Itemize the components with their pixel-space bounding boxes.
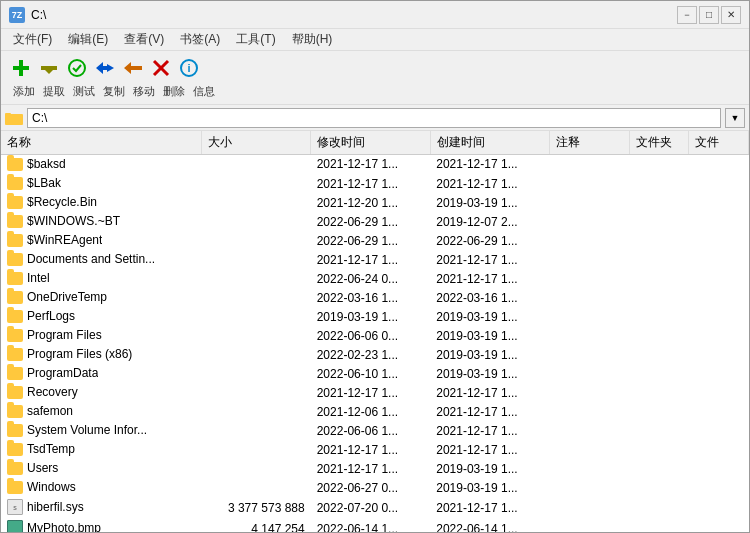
move-label[interactable]: 移动 <box>129 84 159 99</box>
file-name-text: Users <box>27 461 58 475</box>
close-button[interactable]: ✕ <box>721 6 741 24</box>
menu-file[interactable]: 文件(F) <box>5 29 60 50</box>
copy-label[interactable]: 复制 <box>99 84 129 99</box>
file-file-cell <box>689 155 749 175</box>
menu-tools[interactable]: 工具(T) <box>228 29 283 50</box>
file-folder-cell <box>629 174 689 193</box>
menu-edit[interactable]: 编辑(E) <box>60 29 116 50</box>
file-file-cell <box>689 231 749 250</box>
table-row[interactable]: OneDriveTemp2022-03-16 1...2022-03-16 1.… <box>1 288 749 307</box>
delete-label[interactable]: 删除 <box>159 84 189 99</box>
folder-icon <box>7 405 23 418</box>
file-name-cell: $LBak <box>1 174 201 193</box>
file-comment-cell <box>550 155 629 175</box>
file-name-text: $baksd <box>27 157 66 171</box>
test-label[interactable]: 测试 <box>69 84 99 99</box>
info-label[interactable]: 信息 <box>189 84 219 99</box>
delete-button[interactable] <box>149 56 173 80</box>
file-modified-cell: 2021-12-17 1... <box>311 174 431 193</box>
file-folder-cell <box>629 478 689 497</box>
file-name-cell: Windows <box>1 478 201 497</box>
col-header-file[interactable]: 文件 <box>689 131 749 155</box>
table-row[interactable]: Users2021-12-17 1...2019-03-19 1... <box>1 459 749 478</box>
file-size-cell <box>201 250 311 269</box>
file-created-cell: 2019-03-19 1... <box>430 193 550 212</box>
table-row[interactable]: safemon2021-12-06 1...2021-12-17 1... <box>1 402 749 421</box>
col-header-comment[interactable]: 注释 <box>550 131 629 155</box>
file-created-cell: 2021-12-17 1... <box>430 421 550 440</box>
table-row[interactable]: Recovery2021-12-17 1...2021-12-17 1... <box>1 383 749 402</box>
address-dropdown-button[interactable]: ▼ <box>725 108 745 128</box>
file-name-cell: Recovery <box>1 383 201 402</box>
folder-icon <box>7 234 23 247</box>
test-button[interactable] <box>65 56 89 80</box>
add-button[interactable] <box>9 56 33 80</box>
file-list[interactable]: 名称 大小 修改时间 创建时间 注释 文件夹 文件 $baksd2021-12-… <box>1 131 749 532</box>
app-icon: 7Z <box>9 7 25 23</box>
table-row[interactable]: PerfLogs2019-03-19 1...2019-03-19 1... <box>1 307 749 326</box>
table-row[interactable]: $Recycle.Bin2021-12-20 1...2019-03-19 1.… <box>1 193 749 212</box>
add-label[interactable]: 添加 <box>9 84 39 99</box>
file-modified-cell: 2021-12-17 1... <box>311 155 431 175</box>
folder-icon <box>7 158 23 171</box>
maximize-button[interactable]: □ <box>699 6 719 24</box>
col-header-folder[interactable]: 文件夹 <box>629 131 689 155</box>
table-row[interactable]: TsdTemp2021-12-17 1...2021-12-17 1... <box>1 440 749 459</box>
address-input[interactable] <box>27 108 721 128</box>
file-file-cell <box>689 326 749 345</box>
table-row[interactable]: MyPhoto.bmp4 147 2542022-06-14 1...2022-… <box>1 518 749 532</box>
table-row[interactable]: System Volume Infor...2022-06-06 1...202… <box>1 421 749 440</box>
table-row[interactable]: $WinREAgent2022-06-29 1...2022-06-29 1..… <box>1 231 749 250</box>
file-name-text: Documents and Settin... <box>27 252 155 266</box>
sys-file-icon: s <box>7 499 23 515</box>
table-row[interactable]: $baksd2021-12-17 1...2021-12-17 1... <box>1 155 749 175</box>
bmp-file-icon <box>7 520 23 532</box>
extract-label[interactable]: 提取 <box>39 84 69 99</box>
file-created-cell: 2021-12-17 1... <box>430 174 550 193</box>
table-row[interactable]: Documents and Settin...2021-12-17 1...20… <box>1 250 749 269</box>
file-modified-cell: 2022-03-16 1... <box>311 288 431 307</box>
col-header-size[interactable]: 大小 <box>201 131 311 155</box>
file-created-cell: 2022-03-16 1... <box>430 288 550 307</box>
file-file-cell <box>689 402 749 421</box>
file-size-cell <box>201 212 311 231</box>
file-name-cell: MyPhoto.bmp <box>1 518 201 532</box>
info-button[interactable]: i <box>177 56 201 80</box>
menu-help[interactable]: 帮助(H) <box>284 29 341 50</box>
menu-view[interactable]: 查看(V) <box>116 29 172 50</box>
minimize-button[interactable]: － <box>677 6 697 24</box>
menu-bookmarks[interactable]: 书签(A) <box>172 29 228 50</box>
table-row[interactable]: Intel2022-06-24 0...2021-12-17 1... <box>1 269 749 288</box>
table-row[interactable]: Program Files (x86)2022-02-23 1...2019-0… <box>1 345 749 364</box>
file-name-cell: shiberfil.sys <box>1 497 201 518</box>
file-size-cell <box>201 269 311 288</box>
file-name-cell: $baksd <box>1 155 201 174</box>
file-size-cell <box>201 326 311 345</box>
file-modified-cell: 2022-06-24 0... <box>311 269 431 288</box>
file-name-cell: safemon <box>1 402 201 421</box>
table-row[interactable]: $LBak2021-12-17 1...2021-12-17 1... <box>1 174 749 193</box>
move-button[interactable] <box>121 56 145 80</box>
folder-icon <box>7 253 23 266</box>
toolbar-icons: i <box>9 56 741 80</box>
copy-button[interactable] <box>93 56 117 80</box>
col-header-name[interactable]: 名称 <box>1 131 201 155</box>
file-modified-cell: 2019-03-19 1... <box>311 307 431 326</box>
table-row[interactable]: $WINDOWS.~BT2022-06-29 1...2019-12-07 2.… <box>1 212 749 231</box>
file-comment-cell <box>550 269 629 288</box>
file-name-text: PerfLogs <box>27 309 75 323</box>
folder-icon <box>7 215 23 228</box>
content-area: 名称 大小 修改时间 创建时间 注释 文件夹 文件 $baksd2021-12-… <box>1 131 749 532</box>
extract-button[interactable] <box>37 56 61 80</box>
col-header-created[interactable]: 创建时间 <box>430 131 550 155</box>
file-comment-cell <box>550 497 629 518</box>
file-file-cell <box>689 497 749 518</box>
table-row[interactable]: Windows2022-06-27 0...2019-03-19 1... <box>1 478 749 497</box>
table-row[interactable]: ProgramData2022-06-10 1...2019-03-19 1..… <box>1 364 749 383</box>
col-header-modified[interactable]: 修改时间 <box>311 131 431 155</box>
table-row[interactable]: Program Files2022-06-06 0...2019-03-19 1… <box>1 326 749 345</box>
table-row[interactable]: shiberfil.sys3 377 573 8882022-07-20 0..… <box>1 497 749 518</box>
window-title: C:\ <box>31 8 46 22</box>
file-created-cell: 2019-03-19 1... <box>430 307 550 326</box>
file-name-text: Program Files (x86) <box>27 347 132 361</box>
